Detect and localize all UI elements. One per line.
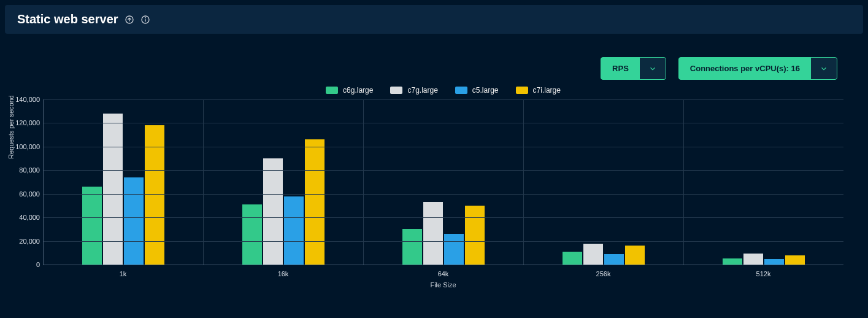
chevron-down-icon xyxy=(640,57,666,80)
y-tick-label: 120,000 xyxy=(7,119,40,126)
connections-dropdown[interactable]: Connections per vCPU(s): 16 xyxy=(678,57,837,80)
panel-title: Static web server xyxy=(17,12,118,26)
y-tick-label: 60,000 xyxy=(7,190,40,198)
legend-item[interactable]: c5.large xyxy=(455,86,499,95)
bar[interactable] xyxy=(284,196,304,265)
legend-item[interactable]: c6g.large xyxy=(326,86,373,95)
bar-group xyxy=(44,99,204,265)
panel-header: Static web server xyxy=(5,5,863,34)
grid-line xyxy=(44,147,843,147)
bar[interactable] xyxy=(723,258,742,265)
bar[interactable] xyxy=(465,206,485,265)
bar[interactable] xyxy=(423,202,443,265)
x-ticks: 1k16k64k256k512k xyxy=(43,270,843,277)
grid-line xyxy=(44,241,843,242)
y-tick-label: 20,000 xyxy=(7,238,40,245)
controls-row: RPS Connections per vCPU(s): 16 xyxy=(0,39,868,86)
bar[interactable] xyxy=(583,244,603,265)
chart: c6g.largec7g.largec5.largec7i.large Requ… xyxy=(43,86,843,289)
up-arrow-circle-icon[interactable] xyxy=(125,15,134,25)
legend-swatch xyxy=(390,87,402,94)
x-tick-label: 64k xyxy=(363,270,523,277)
legend-item[interactable]: c7i.large xyxy=(516,86,561,95)
bar-group xyxy=(684,99,843,265)
grid-line xyxy=(44,194,843,195)
legend: c6g.largec7g.largec5.largec7i.large xyxy=(43,86,843,99)
bar-group xyxy=(204,99,364,265)
connections-dropdown-label: Connections per vCPU(s): 16 xyxy=(678,57,811,80)
bar[interactable] xyxy=(82,187,102,265)
legend-label: c6g.large xyxy=(343,86,373,95)
bar[interactable] xyxy=(785,255,805,265)
legend-label: c7g.large xyxy=(407,86,437,95)
bar[interactable] xyxy=(563,252,582,265)
bar[interactable] xyxy=(764,259,784,265)
legend-item[interactable]: c7g.large xyxy=(390,86,437,95)
bar-group xyxy=(364,99,524,265)
y-tick-label: 40,000 xyxy=(7,214,40,221)
x-tick-label: 1k xyxy=(43,270,203,277)
x-axis-label: File Size xyxy=(43,281,843,289)
grid-line xyxy=(44,123,843,123)
x-tick-label: 256k xyxy=(523,270,683,277)
y-tick-label: 140,000 xyxy=(7,96,40,103)
bar[interactable] xyxy=(305,139,325,265)
legend-label: c7i.large xyxy=(533,86,561,95)
bar[interactable] xyxy=(124,177,144,265)
info-circle-icon[interactable] xyxy=(140,15,150,25)
bar[interactable] xyxy=(444,234,464,265)
chevron-down-icon xyxy=(811,57,837,80)
metric-dropdown-label: RPS xyxy=(601,57,640,80)
plot-area: 020,00040,00060,00080,000100,000120,0001… xyxy=(43,99,843,265)
legend-label: c5.large xyxy=(472,86,499,95)
grid-line xyxy=(44,170,843,171)
y-tick-label: 100,000 xyxy=(7,143,40,150)
x-tick-label: 16k xyxy=(203,270,363,277)
svg-point-3 xyxy=(145,17,145,18)
legend-swatch xyxy=(326,87,338,94)
legend-swatch xyxy=(455,87,467,94)
bar[interactable] xyxy=(242,204,262,265)
y-tick-label: 0 xyxy=(7,261,40,268)
bar[interactable] xyxy=(402,229,422,265)
y-tick-label: 80,000 xyxy=(7,166,40,174)
bar-group xyxy=(524,99,684,265)
metric-dropdown[interactable]: RPS xyxy=(601,57,666,80)
legend-swatch xyxy=(516,87,528,94)
bar[interactable] xyxy=(743,254,763,265)
bar-groups xyxy=(44,99,843,265)
bar[interactable] xyxy=(103,114,123,265)
grid-line xyxy=(44,217,843,218)
bar[interactable] xyxy=(263,158,283,265)
grid-line xyxy=(44,99,843,100)
bar[interactable] xyxy=(625,246,645,265)
x-tick-label: 512k xyxy=(683,270,843,277)
bar[interactable] xyxy=(604,254,624,265)
